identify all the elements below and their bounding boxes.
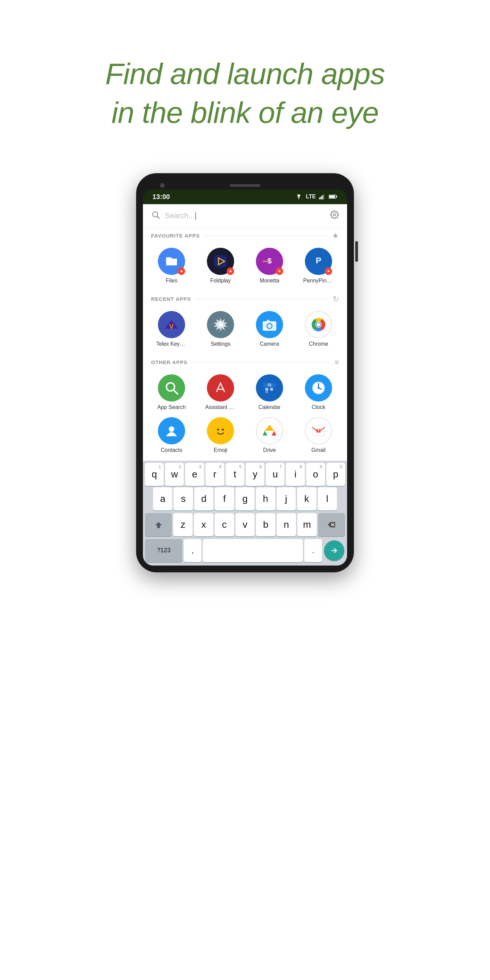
hero-section: Find and launch apps in the blink of an … (0, 0, 490, 173)
section-divider-other (192, 362, 331, 363)
key-z[interactable]: z (173, 513, 192, 536)
phone-speaker (230, 184, 260, 187)
keyboard-space-row: ?123 , . (143, 538, 347, 566)
key-w[interactable]: 2w (165, 463, 184, 486)
key-g[interactable]: g (235, 487, 255, 511)
key-d[interactable]: d (194, 487, 213, 511)
backspace-key[interactable] (318, 513, 345, 536)
refresh-icon[interactable]: ↻ (333, 295, 339, 304)
battery-icon (329, 194, 337, 199)
wifi-icon (295, 194, 302, 199)
shift-key[interactable] (145, 513, 172, 536)
key-e[interactable]: 3e (185, 463, 204, 486)
app-item-foldplay[interactable]: ★ Foldplay (196, 244, 245, 287)
key-c[interactable]: c (215, 513, 234, 536)
numbers-toggle-key[interactable]: ?123 (145, 539, 182, 562)
app-item-calendar[interactable]: 31 Calendar (245, 371, 294, 414)
key-f[interactable]: f (215, 487, 234, 511)
settings-icon[interactable] (330, 210, 339, 221)
key-x[interactable]: x (194, 513, 213, 536)
svg-point-40 (169, 426, 174, 432)
key-h[interactable]: h (256, 487, 275, 511)
svg-rect-5 (336, 196, 337, 197)
key-o[interactable]: 9o (306, 463, 325, 486)
section-divider (204, 235, 328, 236)
drive-icon-container (256, 417, 283, 444)
status-time: 13:00 (153, 193, 170, 201)
keyboard-bottom-letters-row: z x c v b n m (143, 512, 347, 538)
svg-marker-48 (272, 431, 276, 436)
emoji-label: Emoji (214, 447, 227, 453)
key-y[interactable]: 6y (246, 463, 264, 486)
other-apps-section-header: OTHER APPS ≡ (143, 355, 347, 369)
search-input[interactable]: Search... (165, 211, 325, 220)
favourite-apps-grid: ★ Files ★ Foldplay (143, 243, 347, 291)
app-item-chrome[interactable]: Chrome (294, 308, 343, 350)
app-item-contacts[interactable]: Contacts (147, 414, 196, 457)
svg-rect-20 (267, 320, 269, 322)
key-r[interactable]: 4r (205, 463, 224, 486)
assistant-icon-container (207, 374, 234, 401)
search-bar[interactable]: Search... (143, 204, 347, 228)
svg-marker-52 (155, 522, 162, 527)
svg-text:M: M (316, 428, 321, 434)
other-apps-grid: App Search Assistant A... (143, 369, 347, 461)
app-item-clock[interactable]: Clock (294, 371, 343, 414)
phone-screen: 13:00 LTE (143, 189, 347, 566)
key-a[interactable]: a (153, 487, 172, 511)
app-item-files[interactable]: ★ Files (147, 244, 196, 287)
svg-line-8 (157, 216, 159, 218)
fav-star-monetta: ★ (275, 267, 283, 275)
app-item-camera[interactable]: Camera (245, 308, 294, 350)
app-item-emoji[interactable]: Emoji (196, 414, 245, 457)
lte-text: LTE (306, 194, 316, 200)
key-m[interactable]: m (298, 513, 317, 536)
app-item-assistant[interactable]: Assistant A... (196, 371, 245, 414)
key-k[interactable]: k (297, 487, 316, 511)
telex-label: Telex Keybo... (156, 341, 187, 347)
app-item-monetta[interactable]: $ ★ Monetta (245, 244, 294, 287)
key-b[interactable]: b (256, 513, 275, 536)
go-button[interactable] (324, 540, 344, 561)
key-t[interactable]: 5t (226, 463, 244, 486)
app-item-telex[interactable]: V Telex Keybo... (147, 308, 196, 350)
recent-section-title: RECENT APPS (151, 296, 191, 302)
svg-text:P: P (316, 256, 321, 265)
files-icon-container: ★ (158, 248, 185, 275)
assistant-label: Assistant A... (205, 404, 236, 410)
fav-star-files: ★ (178, 267, 185, 275)
key-l[interactable]: l (318, 487, 337, 511)
phone-camera (160, 183, 165, 188)
volume-button[interactable] (355, 241, 358, 262)
pennypincher-label: PennyPincher (303, 278, 334, 284)
favourite-star-icon[interactable]: ★ (332, 231, 339, 240)
comma-key[interactable]: , (184, 539, 202, 562)
svg-point-44 (218, 428, 218, 429)
app-item-settings[interactable]: Settings (196, 308, 245, 350)
menu-icon[interactable]: ≡ (334, 358, 339, 367)
svg-marker-47 (263, 431, 267, 436)
svg-point-38 (318, 387, 320, 388)
key-n[interactable]: n (277, 513, 296, 536)
phone-frame: 13:00 LTE (136, 173, 354, 572)
app-item-gmail[interactable]: M Gmail (294, 414, 343, 457)
svg-rect-1 (321, 196, 321, 199)
svg-text:V: V (169, 323, 173, 330)
key-s[interactable]: s (173, 487, 192, 511)
keyboard-middle-row: a s d f g h j k l (143, 487, 347, 512)
favourite-apps-section-header: FAVOURITE APPS ★ (143, 228, 347, 243)
svg-point-24 (317, 323, 320, 326)
key-j[interactable]: j (277, 487, 296, 511)
app-item-drive[interactable]: Drive (245, 414, 294, 457)
space-key[interactable] (203, 539, 303, 562)
svg-point-19 (267, 324, 272, 328)
app-item-pennypincher[interactable]: P ★ PennyPincher (294, 244, 343, 287)
svg-rect-6 (329, 196, 335, 198)
key-q[interactable]: 1q (145, 463, 164, 486)
key-p[interactable]: 0p (326, 463, 345, 486)
key-i[interactable]: 8i (286, 463, 305, 486)
key-v[interactable]: v (235, 513, 255, 536)
key-u[interactable]: 7u (266, 463, 285, 486)
app-item-appsearch[interactable]: App Search (147, 371, 196, 414)
period-key[interactable]: . (304, 539, 322, 562)
